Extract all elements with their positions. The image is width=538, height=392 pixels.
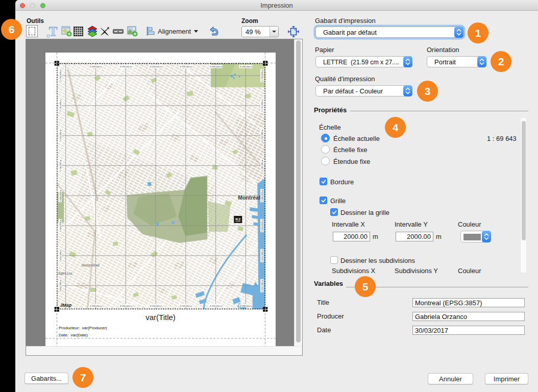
svg-text:-8 192 000 m: -8 192 000 m bbox=[180, 304, 192, 307]
svg-text:-8 190 000 m: -8 190 000 m bbox=[209, 65, 222, 68]
svg-text:JMap: JMap bbox=[60, 303, 72, 308]
svg-text:5 698 000 m: 5 698 000 m bbox=[59, 189, 62, 202]
svg-text:5 702 000 m: 5 702 000 m bbox=[59, 129, 62, 141]
svg-text:-8 190 000 m: -8 190 000 m bbox=[209, 304, 222, 307]
svg-text:5 706 000 m: 5 706 000 m bbox=[59, 69, 62, 81]
svg-text:5 692 000 m: 5 692 000 m bbox=[59, 279, 62, 291]
svg-text:-Saint-Luc: -Saint-Luc bbox=[57, 272, 72, 275]
svg-text:5 692 000 m: 5 692 000 m bbox=[261, 279, 263, 291]
svg-text:5 702 000 m: 5 702 000 m bbox=[261, 129, 263, 141]
svg-text:5 704 000 m: 5 704 000 m bbox=[59, 99, 62, 111]
svg-text:-8 196 000 m: -8 196 000 m bbox=[119, 65, 132, 68]
svg-text:5 700 000 m: 5 700 000 m bbox=[261, 159, 263, 172]
svg-text:Hampstead: Hampstead bbox=[82, 263, 100, 267]
svg-text:-8 196 000 m: -8 196 000 m bbox=[119, 304, 132, 307]
svg-text:5 694 000 m: 5 694 000 m bbox=[261, 249, 263, 261]
svg-text:-8 194 000 m: -8 194 000 m bbox=[150, 65, 162, 68]
svg-text:5 704 000 m: 5 704 000 m bbox=[261, 99, 263, 111]
svg-text:5 694 000 m: 5 694 000 m bbox=[59, 249, 62, 261]
svg-text:5 698 000 m: 5 698 000 m bbox=[261, 189, 263, 202]
svg-text:-8 188 000 m: -8 188 000 m bbox=[239, 304, 252, 307]
svg-text:5 696 000 m: 5 696 000 m bbox=[59, 219, 62, 231]
svg-text:T: T bbox=[49, 26, 58, 38]
svg-text:-8 198 000 m: -8 198 000 m bbox=[89, 65, 102, 68]
svg-text:-8 194 000 m: -8 194 000 m bbox=[150, 304, 162, 307]
svg-text:K2: K2 bbox=[235, 217, 241, 222]
svg-text:5 700 000 m: 5 700 000 m bbox=[59, 159, 62, 172]
svg-text:Montréal: Montréal bbox=[238, 194, 260, 201]
svg-text:5 706 000 m: 5 706 000 m bbox=[261, 69, 263, 81]
svg-text:-8 188 000 m: -8 188 000 m bbox=[239, 65, 252, 68]
svg-text:-8 198 000 m: -8 198 000 m bbox=[89, 304, 102, 307]
svg-text:-8 192 000 m: -8 192 000 m bbox=[180, 65, 192, 68]
svg-text:5 696 000 m: 5 696 000 m bbox=[261, 219, 263, 231]
